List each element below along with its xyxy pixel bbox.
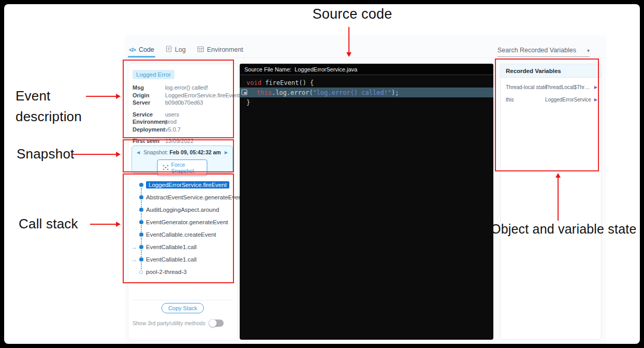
tab-code[interactable]: </> Code	[129, 46, 154, 57]
expand-arrow-icon[interactable]: ▶	[594, 85, 597, 90]
code-token: );	[391, 89, 399, 96]
stack-frame-label: AbstractEventService.generateEvent	[146, 194, 243, 200]
editor-body: void fireEvent() { this.log.error("log.e…	[240, 75, 493, 107]
stack-frame-label: LoggedErrorService.fireEvent	[146, 181, 229, 189]
force-snapshot-button[interactable]: Force Snapshot	[157, 160, 208, 176]
event-row-deployment: Deploymentv5.0.7	[133, 126, 234, 134]
tab-environment[interactable]: Environment	[197, 46, 243, 58]
tab-code-label: Code	[139, 46, 154, 53]
tab-log[interactable]: Log	[166, 46, 186, 58]
event-label: Origin	[133, 92, 165, 99]
search-recorded-variables-select[interactable]: Search Recorded Variables ▾	[497, 47, 590, 57]
frame-dot-icon	[139, 257, 143, 262]
annotation-arrowhead-event	[116, 94, 121, 99]
event-row-origin: OriginLoggedErrorService.fireEvent	[133, 92, 234, 99]
event-label: Service	[133, 111, 165, 119]
call-stack-list: LoggedErrorService.fireEvent AbstractEve…	[128, 179, 237, 282]
snapshot-scan-icon	[163, 165, 169, 171]
annotation-call-stack: Call stack	[19, 216, 78, 232]
code-line: }	[240, 97, 493, 107]
third-party-methods-toggle[interactable]	[210, 320, 224, 327]
source-file-label: Source File Name:	[244, 66, 291, 72]
table-grid-icon	[197, 46, 204, 54]
frame-dot-icon	[139, 195, 143, 199]
app-window: </> Code Log Environment Search Recorded…	[125, 35, 606, 344]
force-snapshot-label: Force Snapshot	[171, 162, 202, 174]
thread-dot-icon	[139, 270, 143, 274]
event-value: LoggedErrorService.fireEvent	[165, 92, 240, 99]
third-party-toggle-row: Show 3rd party/utility methods	[133, 320, 233, 327]
entry-arrow-icon: →	[131, 256, 137, 263]
event-label: First seen	[133, 137, 165, 145]
variable-row[interactable]: Thread-local state ThreadLocal$ThreadL..…	[501, 81, 601, 93]
code-token: this	[257, 89, 272, 96]
variable-type: LoggedErrorService	[545, 97, 591, 103]
annotation-arrow-source-code	[348, 27, 349, 53]
code-line-highlighted: this.log.error("log.error() called!");	[240, 88, 493, 97]
variable-name: Thread-local state	[506, 84, 547, 90]
document-icon	[166, 46, 172, 54]
event-row-server: Serverb09d0b70ed63	[133, 99, 234, 107]
code-token: }	[246, 99, 250, 106]
recorded-variables-panel: Recorded Variables Thread-local state Th…	[500, 64, 602, 340]
stack-frame-label: EventGenerator.generateEvent	[146, 219, 228, 225]
stack-frame[interactable]: → EventCallable1.call	[128, 241, 235, 253]
frame-dot-icon	[139, 208, 143, 212]
event-row-first-seen: First seen13/09/2022	[133, 137, 234, 145]
code-line: void fireEvent() {	[240, 78, 493, 88]
stack-frame[interactable]: AbstractEventService.generateEvent	[128, 191, 235, 204]
previous-snapshot-button[interactable]: ◀	[137, 150, 140, 155]
annotation-snapshot: Snapshot	[17, 146, 74, 162]
variable-name: this	[506, 97, 514, 103]
variable-row[interactable]: this LoggedErrorService ▶	[501, 93, 601, 106]
frame-dot-icon	[139, 233, 143, 237]
event-label: Server	[133, 99, 165, 107]
annotation-object-state: Object and variable state	[491, 222, 644, 237]
divider	[133, 300, 233, 300]
page-background: Source code Event description Snapshot C…	[4, 4, 640, 344]
frame-dot-icon	[139, 183, 143, 187]
expand-arrow-icon[interactable]: ▶	[594, 97, 597, 102]
stack-frame-label: AuditLoggingAspect.around	[146, 207, 219, 213]
snapshot-nav: ◀ Snapshot: Feb 09, 05:42:32 am ▶	[132, 149, 232, 155]
stack-frame[interactable]: → EventCallable1.call	[128, 253, 235, 266]
annotation-source-code: Source code	[294, 6, 411, 22]
toggle-thumb	[209, 319, 217, 327]
annotation-arrowhead-snapshot	[116, 152, 121, 157]
tab-environment-label: Environment	[207, 46, 243, 53]
stack-frame-label: pool-2-thread-3	[146, 269, 187, 275]
next-snapshot-button[interactable]: ▶	[225, 150, 228, 155]
event-row-environment: Environmentprod	[133, 118, 234, 126]
stack-frame[interactable]: AuditLoggingAspect.around	[128, 204, 235, 216]
editor-header: Source File Name: LoggedErrorService.jav…	[240, 64, 493, 75]
snapshot-card: ◀ Snapshot: Feb 09, 05:42:32 am ▶ Force …	[131, 146, 233, 173]
annotation-arrow-object-state	[558, 177, 559, 221]
stack-frame[interactable]: EventCallable.createEvent	[128, 228, 235, 241]
source-code-editor[interactable]: Source File Name: LoggedErrorService.jav…	[240, 64, 493, 340]
snapshot-label: Snapshot:	[143, 149, 168, 155]
event-label: Msg	[133, 84, 165, 92]
variable-type: ThreadLocal$ThreadL...	[545, 84, 592, 90]
annotation-arrow-call-stack	[90, 224, 116, 225]
annotation-arrowhead-source-code	[346, 52, 352, 57]
event-sidebar: Logged Error Msglog.error() called! Orig…	[128, 64, 237, 340]
annotation-arrow-event	[86, 96, 116, 97]
annotation-event-description: Event description	[16, 85, 105, 127]
stack-frame[interactable]: EventGenerator.generateEvent	[128, 216, 235, 228]
frame-dot-icon	[139, 220, 143, 224]
stack-frame-thread[interactable]: pool-2-thread-3	[128, 266, 235, 278]
snapshot-breakpoint-icon[interactable]	[241, 89, 247, 97]
event-row-msg: Msglog.error() called!	[133, 84, 234, 92]
event-value: log.error() called!	[165, 84, 234, 92]
event-label: Deployment	[133, 126, 165, 134]
copy-stack-button[interactable]: Copy Stack	[162, 303, 204, 313]
stack-frame-label: EventCallable1.call	[146, 244, 197, 250]
annotation-arrowhead-object-state	[555, 173, 561, 178]
event-value: prod	[165, 118, 234, 126]
logged-error-badge: Logged Error	[133, 70, 174, 79]
source-file-name: LoggedErrorService.java	[295, 66, 357, 72]
code-token: fireEvent() {	[261, 79, 314, 86]
recorded-variables-title: Recorded Variables	[501, 64, 601, 78]
stack-frame[interactable]: LoggedErrorService.fireEvent	[128, 179, 235, 191]
stack-frame-label: EventCallable1.call	[146, 256, 197, 263]
